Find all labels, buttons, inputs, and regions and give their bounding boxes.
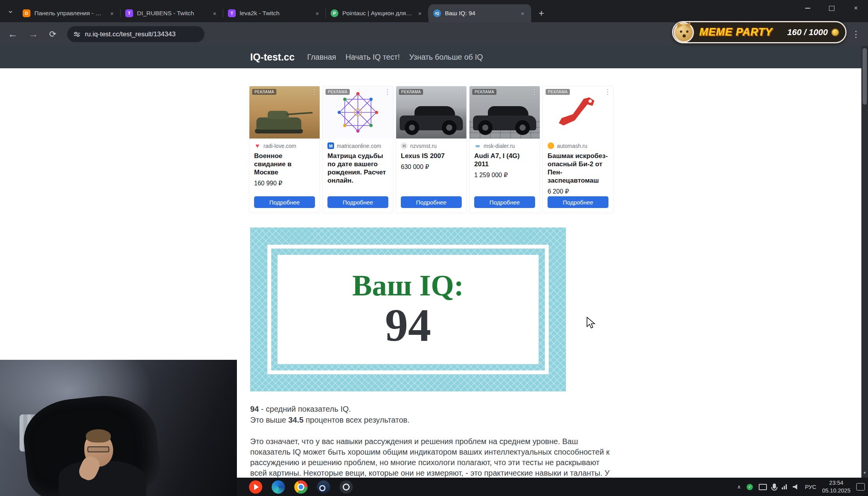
tabs-container: D Панель управления - Donation × T DI_RU… xyxy=(18,0,548,22)
scrollbar-thumb[interactable] xyxy=(863,48,867,105)
network-tray-icon[interactable] xyxy=(782,484,787,489)
url-text[interactable]: ru.iq-test.cc/test_result/134343 xyxy=(85,30,175,38)
ad-domain: radi-love.com xyxy=(263,143,296,149)
ad-image-red-part: РЕКЛАМА ⋮ xyxy=(543,86,613,139)
ad-card-audi[interactable]: РЕКЛАМА ⋮ ∞ msk-dialer.ru Audi A7, I (4G… xyxy=(469,86,540,213)
result-line-1: 94 - средний показатель IQ. xyxy=(250,404,612,414)
tab-search-chevron-icon[interactable]: ⌄ xyxy=(5,5,16,15)
ad-card-matrix[interactable]: РЕКЛАМА ⋮ xyxy=(322,86,393,213)
ad-domain-row: M matricaonline.com xyxy=(327,142,388,149)
page-scrollbar[interactable]: ▼ xyxy=(861,46,868,478)
ad-badge: РЕКЛАМА xyxy=(326,89,350,95)
taskbar-date: 05.10.2025 xyxy=(822,487,850,495)
nav-link-home[interactable]: Главная xyxy=(307,53,336,62)
meme-party-counter: 160 / 1000 xyxy=(787,27,839,37)
window-minimize-button[interactable] xyxy=(795,0,820,16)
scrollbar-down-arrow-icon[interactable]: ▼ xyxy=(861,468,868,478)
ad-domain: nzvsmst.ru xyxy=(410,143,437,149)
doge-avatar xyxy=(674,22,694,43)
ad-menu-kebab-icon[interactable]: ⋮ xyxy=(311,88,317,96)
ad-title[interactable]: Военное свидание в Москве xyxy=(254,152,315,176)
steam-icon[interactable] xyxy=(317,480,330,494)
ad-price: 1 259 000 ₽ xyxy=(474,171,535,179)
browser-tab-donationalerts[interactable]: D Панель управления - Donation × xyxy=(18,4,121,22)
tab-favicon-iqtest-icon: IQ xyxy=(433,9,441,17)
ad-menu-kebab-icon[interactable]: ⋮ xyxy=(604,88,611,96)
browser-tab-twitch-dirubens[interactable]: T DI_RUBENS - Twitch × xyxy=(121,4,223,22)
forward-button[interactable]: → xyxy=(28,29,38,39)
taskbar-time: 23:54 xyxy=(822,479,850,487)
ad-menu-kebab-icon[interactable]: ⋮ xyxy=(457,88,464,96)
maximize-icon xyxy=(829,6,834,11)
nav-link-start-test[interactable]: Начать IQ тест! xyxy=(345,53,400,62)
result-percent-bold: 34.5 xyxy=(288,416,304,424)
tab-favicon-pointauc-icon: P xyxy=(331,9,338,17)
ad-title[interactable]: Башмак искробез-опасный Би-2 от Пен-засп… xyxy=(548,152,608,185)
action-center-icon[interactable] xyxy=(856,483,865,491)
decor xyxy=(405,120,420,135)
ad-badge: РЕКЛАМА xyxy=(399,89,423,95)
tab-close-icon[interactable]: × xyxy=(108,9,116,17)
new-tab-button[interactable]: + xyxy=(534,6,548,20)
nav-link-learn-more[interactable]: Узнать больше об IQ xyxy=(409,53,483,62)
yandex-browser-icon[interactable] xyxy=(249,480,262,494)
ad-menu-kebab-icon[interactable]: ⋮ xyxy=(384,88,391,96)
browser-tab-iq-test-active[interactable]: IQ Ваш IQ: 94 × xyxy=(429,4,531,22)
tray-expand-chevron-icon[interactable]: ∧ xyxy=(737,484,741,490)
tab-close-icon[interactable]: × xyxy=(211,9,219,17)
taskbar-clock[interactable]: 23:54 05.10.2025 xyxy=(822,479,850,494)
taskbar-app-icons xyxy=(249,478,353,496)
iq-result-inner: Ваш IQ: 94 xyxy=(277,255,539,364)
browser-tab-twitch-leva2k[interactable]: T leva2k - Twitch × xyxy=(223,4,326,22)
result-line-2-post: процентов всех результатов. xyxy=(304,416,410,424)
edge-browser-icon[interactable] xyxy=(272,480,285,494)
ad-image-destiny-matrix: РЕКЛАМА ⋮ xyxy=(323,86,393,139)
iq-result-box: Ваш IQ: 94 xyxy=(250,228,566,391)
ad-title[interactable]: Lexus IS 2007 xyxy=(401,152,462,160)
volume-tray-icon[interactable] xyxy=(793,484,799,490)
reload-button[interactable]: ⟳ xyxy=(49,30,56,39)
microphone-tray-icon[interactable] xyxy=(773,484,776,489)
ad-domain-row: ♥ radi-love.com xyxy=(254,142,315,149)
ad-title[interactable]: Audi A7, I (4G) 2011 xyxy=(474,152,535,168)
result-text: 94 - средний показатель IQ. Это выше 34.… xyxy=(250,404,612,489)
ad-domain-row: H nzvsmst.ru xyxy=(401,142,462,149)
ad-more-button[interactable]: Подробнее xyxy=(254,196,315,208)
ad-more-button[interactable]: Подробнее xyxy=(474,196,535,208)
ad-more-button[interactable]: Подробнее xyxy=(548,196,608,208)
automash-favicon-icon: ● xyxy=(548,142,554,149)
site-brand[interactable]: IQ-test.cc xyxy=(250,52,295,63)
obs-app-icon[interactable] xyxy=(340,480,353,494)
antivirus-shield-icon[interactable]: ✓ xyxy=(747,484,753,490)
ad-title[interactable]: Матрица судьбы по дате вашего рождения. … xyxy=(327,152,388,185)
ad-badge: РЕКЛАМА xyxy=(546,89,570,95)
browser-menu-kebab-icon[interactable]: ⋮ xyxy=(852,29,860,39)
back-button[interactable]: ← xyxy=(8,29,18,39)
tab-close-icon[interactable]: × xyxy=(416,9,424,17)
tab-close-icon[interactable]: × xyxy=(519,9,526,17)
tab-close-icon[interactable]: × xyxy=(313,9,321,17)
address-bar[interactable]: ru.iq-test.cc/test_result/134343 xyxy=(67,26,205,42)
site-info-icon[interactable] xyxy=(73,31,80,38)
ad-domain-row: ● automash.ru xyxy=(548,142,608,149)
result-score-bold: 94 xyxy=(250,405,259,413)
tab-favicon-twitch-icon: T xyxy=(228,9,236,17)
ad-menu-kebab-icon[interactable]: ⋮ xyxy=(531,88,537,96)
display-tray-icon[interactable] xyxy=(759,484,767,490)
browser-tabstrip: ⌄ D Панель управления - Donation × T DI_… xyxy=(0,0,868,22)
ad-card-automash[interactable]: РЕКЛАМА ⋮ ● automash.ru Башмак искробез-… xyxy=(542,86,614,213)
tab-title: leva2k - Twitch xyxy=(240,10,309,17)
decor xyxy=(680,30,682,33)
ad-card-lexus[interactable]: РЕКЛАМА ⋮ H nzvsmst.ru Lexus IS 2007 630… xyxy=(396,86,467,213)
ad-more-button[interactable]: Подробнее xyxy=(401,196,462,208)
ad-more-button[interactable]: Подробнее xyxy=(327,196,388,208)
browser-tab-pointauc[interactable]: P Pointauc | Аукцион для стрим × xyxy=(326,4,429,22)
window-close-button[interactable]: × xyxy=(844,0,868,16)
language-indicator[interactable]: РУС xyxy=(805,484,816,490)
site-header: IQ-test.cc Главная Начать IQ тест! Узнат… xyxy=(0,46,868,68)
chrome-browser-icon[interactable] xyxy=(294,480,308,494)
iq-heading: Ваш IQ: xyxy=(352,270,464,300)
ad-card-military-dating[interactable]: РЕКЛАМА ⋮ ♥ radi-love.com Военное свидан… xyxy=(249,86,320,213)
window-maximize-button[interactable] xyxy=(820,0,844,16)
decor xyxy=(268,111,289,119)
